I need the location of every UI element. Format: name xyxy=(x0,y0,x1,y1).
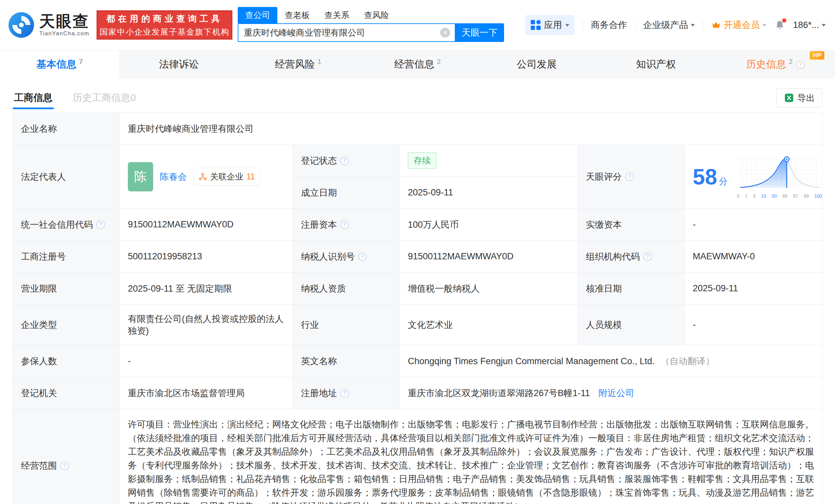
tab-history-info[interactable]: VIP 历史信息 2 xyxy=(716,50,835,79)
search-tab-company[interactable]: 查公司 xyxy=(238,7,277,23)
table-row: 企业类型 有限责任公司(自然人投资或控股的法人独资) 行业 文化艺术业 人员规模… xyxy=(13,305,822,345)
field-label: 纳税人资质 xyxy=(293,273,400,305)
table-row: 参保人数 - 英文名称 Chongqing Times Fengjun Comm… xyxy=(13,345,822,377)
org-chart-icon xyxy=(199,173,207,181)
reg-address-value: 重庆市渝北区双龙湖街道翠湖路267号B幢1-11 附近公司 xyxy=(400,377,822,409)
help-icon[interactable] xyxy=(643,252,652,261)
business-scope-value: 许可项目：营业性演出；演出经纪；网络文化经营；电子出版物制作；出版物零售；电影发… xyxy=(120,409,822,504)
brand-name: 天眼查 xyxy=(39,13,89,29)
field-label: 人员规模 xyxy=(578,305,685,345)
help-icon[interactable] xyxy=(340,389,349,398)
status-badge: 存续 xyxy=(408,153,436,169)
table-row: 经营范围 许可项目：营业性演出；演出经纪；网络文化经营；电子出版物制作；出版物零… xyxy=(13,409,822,504)
help-icon[interactable] xyxy=(96,220,105,229)
company-type-value: 有限责任公司(自然人投资或控股的法人独资) xyxy=(120,305,293,345)
excel-icon xyxy=(784,93,794,103)
apps-menu[interactable]: 应用 xyxy=(525,15,575,35)
field-label: 纳税人识别号 xyxy=(293,241,400,273)
paid-capital-value: - xyxy=(685,209,822,241)
table-row: 登记机关 重庆市渝北区市场监督管理局 注册地址 重庆市渝北区双龙湖街道翠湖路26… xyxy=(13,377,822,409)
est-date-value: 2025-09-11 xyxy=(400,177,578,209)
approval-date-value: 2025-09-11 xyxy=(685,273,822,305)
tab-legal-proceedings[interactable]: 法律诉讼 xyxy=(119,50,238,79)
field-label: 登记机关 xyxy=(13,377,120,409)
help-icon[interactable] xyxy=(358,252,367,261)
tab-operation-info[interactable]: 经营信息 2 xyxy=(358,50,477,79)
score-distribution-chart: 01 315 5085 9799 100 xyxy=(736,155,823,199)
insured-count-value: - xyxy=(120,345,293,377)
search-input[interactable] xyxy=(244,28,440,38)
score-cell: 58 分 xyxy=(685,145,822,209)
table-row: 工商注册号 500112019958213 纳税人识别号 91500112MAE… xyxy=(13,241,822,273)
brand-site: TianYanCha.com xyxy=(39,30,89,37)
search-tab-relation[interactable]: 查关系 xyxy=(317,7,357,23)
tab-operation-risk[interactable]: 经营风险 1 xyxy=(239,50,358,79)
reg-number-value: 500112019958213 xyxy=(120,241,293,273)
org-code-value: MAEWMWAY-0 xyxy=(685,241,822,273)
score-axis-ticks: 01 315 5085 9799 100 xyxy=(736,194,823,199)
search-input-wrap xyxy=(238,23,455,42)
clear-icon[interactable] xyxy=(440,28,450,38)
help-icon[interactable] xyxy=(625,173,634,181)
reg-capital-value: 100万人民币 xyxy=(400,209,578,241)
staff-size-value: - xyxy=(685,305,822,345)
chevron-down-icon xyxy=(822,24,826,28)
subtab-business-info[interactable]: 工商信息 xyxy=(13,85,54,110)
field-label: 企业名称 xyxy=(13,113,120,145)
tianyancha-logo[interactable]: 天眼查 TianYanCha.com xyxy=(8,12,89,38)
field-label: 统一社会信用代码 xyxy=(13,209,120,241)
field-label: 成立日期 xyxy=(293,177,400,209)
field-label: 登记状态 xyxy=(293,145,400,177)
field-label: 注册资本 xyxy=(293,209,400,241)
reg-authority-value: 重庆市渝北区市场监督管理局 xyxy=(120,377,293,409)
table-row: 营业期限 2025-09-11 至 无固定期限 纳税人资质 增值税一般纳税人 核… xyxy=(13,273,822,305)
search-tab-boss[interactable]: 查老板 xyxy=(277,7,317,23)
company-name-value: 重庆时代峰峻商业管理有限公司 xyxy=(120,113,822,145)
search-tab-risk[interactable]: 查风险 xyxy=(357,7,396,23)
export-button[interactable]: 导出 xyxy=(776,88,822,107)
search-button[interactable]: 天眼一下 xyxy=(455,23,504,42)
field-label: 经营范围 xyxy=(13,409,120,504)
vip-badge: VIP xyxy=(810,51,824,60)
business-info-table: 企业名称 重庆时代峰峻商业管理有限公司 法定代表人 陈 陈春会 关 xyxy=(13,113,822,504)
subtab-history-business-info[interactable]: 历史工商信息0 xyxy=(71,85,137,110)
tab-count: 1 xyxy=(318,58,322,65)
tab-intellectual-property[interactable]: 知识产权 xyxy=(596,50,715,79)
account-menu[interactable]: 186*... xyxy=(793,20,826,30)
promo-line-2: 国家中小企业发展子基金旗下机构 xyxy=(100,27,229,37)
reg-status-cell: 存续 xyxy=(400,145,578,177)
tab-basic-info[interactable]: 基本信息 7 xyxy=(0,50,119,79)
logo-eye-icon xyxy=(8,12,35,38)
field-label: 天眼评分 xyxy=(578,145,685,209)
help-icon[interactable] xyxy=(60,461,69,470)
tianyan-score: 58 分 xyxy=(693,166,728,188)
notification-dot xyxy=(782,18,787,23)
related-companies-badge[interactable]: 关联企业 11 xyxy=(194,168,260,185)
field-label: 营业期限 xyxy=(13,273,120,305)
avatar[interactable]: 陈 xyxy=(128,162,153,191)
field-label: 法定代表人 xyxy=(13,145,120,209)
promo-line-1: 都在用的商业查询工具 xyxy=(106,13,223,25)
auto-translate-note: （自动翻译） xyxy=(660,356,714,366)
nav-divider xyxy=(703,21,703,29)
help-icon[interactable] xyxy=(340,220,349,229)
notifications-bell[interactable] xyxy=(774,20,785,30)
search-area: 查公司 查老板 查关系 查风险 天眼一下 xyxy=(238,8,504,42)
help-icon[interactable] xyxy=(796,60,805,69)
help-icon[interactable] xyxy=(340,157,349,165)
field-label: 企业类型 xyxy=(13,305,120,345)
search-tabs: 查公司 查老板 查关系 查风险 xyxy=(238,8,504,23)
tab-count: 2 xyxy=(789,58,793,65)
legal-rep-link[interactable]: 陈春会 xyxy=(160,171,187,183)
nav-open-vip[interactable]: 开通会员 xyxy=(711,19,767,31)
promo-banner: 都在用的商业查询工具 国家中小企业发展子基金旗下机构 xyxy=(97,10,232,40)
nearby-companies-link[interactable]: 附近公司 xyxy=(598,388,635,398)
nav-cooperation[interactable]: 商务合作 xyxy=(591,19,627,31)
industry-value: 文化艺术业 xyxy=(400,305,578,345)
legal-rep-cell: 陈 陈春会 关联企业 11 xyxy=(120,145,293,209)
nav-enterprise-products[interactable]: 企业级产品 xyxy=(643,19,695,31)
basic-info-section: 工商信息 历史工商信息0 导出 企业名称 重庆时代峰峻商业管理有限公司 法定代表… xyxy=(0,79,835,504)
tab-company-development[interactable]: 公司发展 xyxy=(477,50,596,79)
field-label: 注册地址 xyxy=(293,377,400,409)
business-term-value: 2025-09-11 至 无固定期限 xyxy=(120,273,293,305)
